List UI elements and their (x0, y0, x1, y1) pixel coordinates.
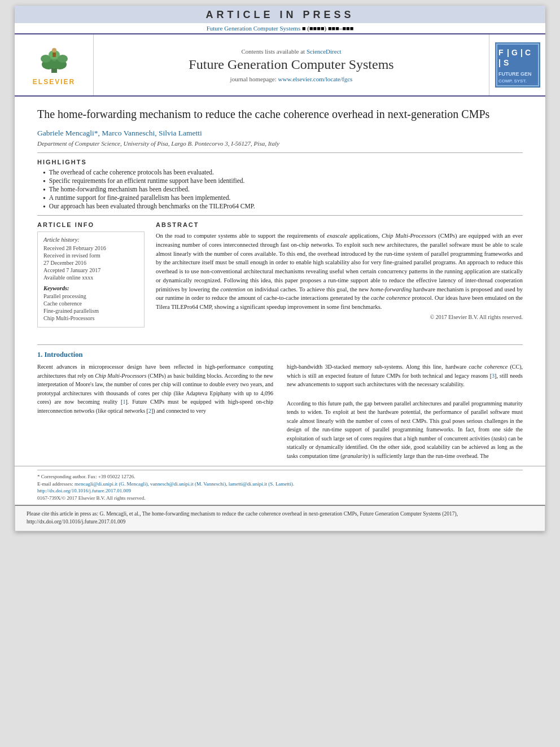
highlights-divider-top (37, 152, 523, 153)
intro-right-para1: high-bandwidth 3D-stacked memory sub-sys… (287, 362, 523, 389)
abstract-heading: ABSTRACT (156, 221, 523, 228)
article-title: The home-forwarding mechanism to reduce … (37, 107, 523, 122)
intro-left-para: Recent advances in microprocessor design… (37, 362, 273, 415)
email-line: E-mail addresses: mencagli@di.unipi.it (… (37, 480, 523, 488)
svg-text:|: | (520, 48, 523, 57)
fgcs-logo-icon: F | G | C | S FUTURE GEN COMP. SYST. (496, 43, 540, 87)
fgcs-logo: F | G | C | S FUTURE GEN COMP. SYST. (489, 34, 545, 95)
header-center: Contents lists available at ScienceDirec… (94, 34, 489, 95)
highlight-item-4: A runtime support for fine-grained paral… (43, 194, 523, 201)
article-info-divider-top (37, 215, 523, 216)
intro-right-para2: According to this future path, the gap b… (287, 399, 523, 461)
svg-text:F: F (498, 48, 504, 57)
sciencedirect-link[interactable]: ScienceDirect (307, 48, 342, 55)
article-info-col: ARTICLE INFO Article history: Received 2… (37, 221, 145, 333)
highlights-list: The overhead of cache coherence protocol… (37, 169, 523, 209)
article-history-label: Article history: (43, 237, 138, 243)
svg-text:G: G (511, 48, 518, 57)
footnotes-section: * Corresponding author. Fax: +39 05022 1… (15, 466, 545, 505)
keyword-3: Fine-grained parallelism (43, 308, 138, 314)
keywords-label: Keywords: (43, 285, 138, 291)
elsevier-brand-text: ELSEVIER (33, 78, 75, 86)
email-links[interactable]: mencagli@di.unipi.it (G. Mencagli), vann… (75, 481, 294, 487)
info-abstract-section: ARTICLE INFO Article history: Received 2… (37, 221, 523, 333)
journal-link[interactable]: Future Generation Computer Systems (207, 25, 301, 32)
journal-title-header: Future Generation Computer Systems (189, 57, 393, 72)
svg-text:|: | (507, 48, 509, 57)
header-section: ELSEVIER Contents lists available at Sci… (15, 34, 545, 97)
body-section: 1. Introduction Recent advances in micro… (15, 345, 545, 466)
citation-bar: Please cite this article in press as: G.… (15, 505, 545, 531)
elsevier-tree-icon (29, 45, 80, 76)
journal-link-bar: Future Generation Computer Systems ■ (■■… (15, 23, 545, 33)
highlights-heading: HIGHLIGHTS (37, 159, 523, 165)
svg-rect-8 (53, 53, 56, 57)
revised-date: 27 December 2016 (43, 260, 138, 266)
article-info-heading: ARTICLE INFO (37, 221, 145, 228)
highlight-item-3: The home-forwarding mechanism has been d… (43, 186, 523, 193)
copyright-line: © 2017 Elsevier B.V. All rights reserved… (156, 314, 523, 320)
highlight-item-1: The overhead of cache coherence protocol… (43, 169, 523, 176)
intro-two-col: Recent advances in microprocessor design… (37, 362, 523, 460)
svg-text:|: | (498, 58, 501, 67)
svg-text:COMP. SYST.: COMP. SYST. (498, 78, 527, 84)
keyword-1: Parallel processing (43, 293, 138, 299)
article-info-box: Article history: Received 28 February 20… (37, 231, 145, 327)
svg-point-7 (52, 48, 56, 53)
abstract-col: ABSTRACT On the road to computer systems… (156, 221, 523, 333)
footnotes-divider (37, 470, 523, 470)
intro-right-col: high-bandwidth 3D-stacked memory sub-sys… (287, 362, 523, 460)
svg-text:C: C (525, 48, 531, 57)
contents-available-line: Contents lists available at ScienceDirec… (241, 48, 341, 55)
abstract-text: On the road to computer systems able to … (156, 231, 523, 312)
fgcs-logo-box: F | G | C | S FUTURE GEN COMP. SYST. (495, 42, 540, 88)
elsevier-logo: ELSEVIER (15, 34, 94, 95)
svg-text:FUTURE GEN: FUTURE GEN (498, 71, 532, 77)
journal-homepage-link[interactable]: www.elsevier.com/locate/fgcs (278, 76, 353, 82)
intro-left-col: Recent advances in microprocessor design… (37, 362, 273, 460)
journal-issue-info: ■ (■■■■) ■■■–■■■ (302, 25, 353, 32)
affiliation-line: Department of Computer Science, Universi… (37, 140, 523, 147)
received-revised-label: Received in revised form (43, 252, 138, 259)
corresponding-author-note: * Corresponding author. Fax: +39 05022 1… (37, 473, 523, 480)
doi-link[interactable]: http://dx.doi.org/10.1016/j.future.2017.… (37, 488, 131, 493)
keyword-4: Chip Multi-Processors (43, 315, 138, 321)
svg-text:S: S (504, 58, 509, 67)
authors-line: Gabriele Mencagli*, Marco Vanneschi, Sil… (37, 129, 523, 138)
highlight-item-2: Specific requirements for an efficient r… (43, 177, 523, 184)
article-in-press-banner: ARTICLE IN PRESS (15, 6, 545, 23)
svg-point-6 (58, 55, 68, 63)
highlights-section: HIGHLIGHTS The overhead of cache coheren… (37, 159, 523, 209)
highlight-item-5: Our approach has been evaluated through … (43, 203, 523, 209)
svg-point-5 (41, 55, 51, 63)
available-online: Available online xxxx (43, 274, 138, 281)
keyword-2: Cache coherence (43, 300, 138, 307)
received-date: Received 28 February 2016 (43, 245, 138, 251)
main-content: The home-forwarding mechanism to reduce … (15, 97, 545, 344)
accepted-date: Accepted 7 January 2017 (43, 267, 138, 273)
issn-line: 0167-739X/© 2017 Elsevier B.V. All right… (37, 495, 523, 502)
citation-text: Please cite this article in press as: G.… (27, 510, 533, 526)
doi-line: http://dx.doi.org/10.1016/j.future.2017.… (37, 487, 523, 495)
intro-heading: 1. Introduction (37, 351, 523, 359)
journal-homepage-line: journal homepage: www.elsevier.com/locat… (230, 76, 353, 82)
